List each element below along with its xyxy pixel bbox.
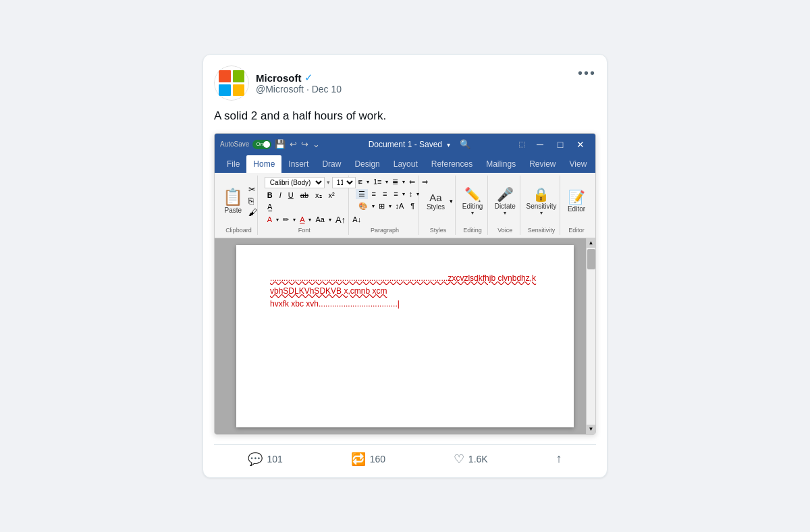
shading-button[interactable]: 🎨 <box>356 201 371 211</box>
voice-group: 🎤 Dictate ▾ Voice <box>491 176 520 235</box>
bullets-dropdown[interactable]: ▾ <box>367 179 369 185</box>
autosave-toggle[interactable]: On <box>252 140 271 149</box>
maximize-button[interactable]: □ <box>551 135 570 154</box>
title-dropdown-icon[interactable]: ▾ <box>447 141 450 149</box>
tab-mailings[interactable]: Mailings <box>479 155 522 173</box>
save-icon[interactable]: 💾 <box>275 139 286 149</box>
copy-icon[interactable]: ⎘ <box>248 196 257 206</box>
dictate-icon: 🎤 <box>497 186 514 203</box>
document-line-1: ........................................… <box>270 272 540 298</box>
font-color-button[interactable]: A <box>265 215 275 224</box>
font-name-dropdown-icon[interactable]: ▾ <box>327 179 330 186</box>
bullets-button[interactable]: ≡ <box>356 177 365 186</box>
sensitivity-label: Sensitivity <box>528 227 556 234</box>
tab-draw[interactable]: Draw <box>315 155 348 173</box>
user-name[interactable]: Microsoft <box>256 72 302 84</box>
text-case-button[interactable]: Aa <box>313 215 327 224</box>
editing-button[interactable]: ✏️ Editing ▾ <box>459 184 487 218</box>
scroll-up-button[interactable]: ▲ <box>587 238 595 248</box>
document-content[interactable]: ........................................… <box>270 272 540 311</box>
scroll-down-button[interactable]: ▼ <box>587 425 595 434</box>
word-window: AutoSave On 💾 ↩ ↪ ⌄ Document 1 - Saved ▾… <box>214 133 596 435</box>
cut-icon[interactable]: ✂ <box>248 184 257 194</box>
multilevel-dropdown[interactable]: ▾ <box>402 179 405 185</box>
justify-button[interactable]: ≡ <box>391 189 400 198</box>
align-dropdown[interactable]: ▾ <box>402 191 405 197</box>
restore-icon[interactable]: ⬚ <box>518 140 525 149</box>
font-name-select[interactable]: Calibri (Body) <box>265 177 325 188</box>
reply-action[interactable]: 💬 101 <box>248 452 282 467</box>
ms-logo-green <box>233 70 245 82</box>
tab-file[interactable]: File <box>220 155 246 173</box>
indent-decrease-button[interactable]: ⇐ <box>406 177 418 187</box>
font-color2-dropdown[interactable]: ▾ <box>308 217 311 223</box>
shading-dropdown[interactable]: ▾ <box>372 203 375 209</box>
bold-button[interactable]: B <box>265 190 275 200</box>
more-options-button[interactable]: ••• <box>578 65 596 81</box>
tab-design[interactable]: Design <box>348 155 386 173</box>
line-spacing-button[interactable]: ↕ <box>406 189 416 198</box>
share-action[interactable]: ↑ <box>556 452 562 466</box>
editing-dropdown-icon[interactable]: ▾ <box>471 210 474 216</box>
vertical-scrollbar[interactable]: ▲ ▼ <box>586 238 595 434</box>
tab-help[interactable]: Help <box>593 155 596 173</box>
superscript-button[interactable]: x² <box>326 190 338 200</box>
numbering-button[interactable]: 1≡ <box>371 177 385 186</box>
tweet-footer: 💬 101 🔁 160 ♡ 1.6K ↑ <box>214 444 596 467</box>
clear-format-button[interactable]: A̲ <box>265 202 275 212</box>
tab-references[interactable]: References <box>425 155 479 173</box>
reply-icon: 💬 <box>248 452 263 467</box>
borders-button[interactable]: ⊞ <box>376 201 387 211</box>
tab-layout[interactable]: Layout <box>387 155 425 173</box>
tab-insert[interactable]: Insert <box>281 155 315 173</box>
ms-logo-blue <box>219 84 231 97</box>
styles-expand-icon[interactable]: ▾ <box>450 198 453 205</box>
tab-review[interactable]: Review <box>522 155 562 173</box>
align-center-button[interactable]: ≡ <box>369 189 379 198</box>
editor-button[interactable]: 📝 Editor <box>564 187 589 215</box>
borders-dropdown[interactable]: ▾ <box>389 203 392 209</box>
sensitivity-button[interactable]: 🔒 Sensitivity ▾ <box>522 184 560 218</box>
format-painter-icon[interactable]: 🖌 <box>248 207 257 217</box>
numbering-dropdown[interactable]: ▾ <box>385 179 388 185</box>
strikethrough-button[interactable]: ab <box>298 190 311 200</box>
font-color-dropdown[interactable]: ▾ <box>276 217 279 223</box>
scroll-thumb[interactable] <box>587 249 595 269</box>
editor-icon: 📝 <box>568 189 585 205</box>
ribbon-content: 📋 Paste ✂ ⎘ 🖌 Clipboard Calibri <box>215 173 595 238</box>
paste-button[interactable]: 📋 Paste <box>219 186 246 216</box>
clipboard-tools: 📋 Paste ✂ ⎘ 🖌 <box>219 177 257 225</box>
title-search-icon[interactable]: 🔍 <box>460 139 470 149</box>
align-right-button[interactable]: ≡ <box>380 189 389 198</box>
close-button[interactable]: ✕ <box>571 135 590 154</box>
underline-button[interactable]: U <box>286 190 296 200</box>
grow-font-button[interactable]: A↑ <box>333 214 348 225</box>
line-spacing-dropdown[interactable]: ▾ <box>416 191 419 197</box>
dictate-dropdown-icon[interactable]: ▾ <box>504 210 506 216</box>
highlight-dropdown[interactable]: ▾ <box>293 217 296 223</box>
tab-view[interactable]: View <box>563 155 594 173</box>
sort-button[interactable]: ↕A <box>393 201 407 211</box>
dictate-button[interactable]: 🎤 Dictate ▾ <box>491 184 519 218</box>
align-left-button[interactable]: ☰ <box>356 189 368 199</box>
styles-button[interactable]: Aa Styles <box>423 190 448 213</box>
titlebar-window-controls: ⬚ ─ □ ✕ <box>518 135 590 154</box>
customize-icon[interactable]: ⌄ <box>313 139 320 149</box>
show-hide-button[interactable]: ¶ <box>408 201 417 211</box>
font-color2-button[interactable]: A <box>297 215 307 224</box>
minimize-button[interactable]: ─ <box>531 135 549 154</box>
text-case-dropdown[interactable]: ▾ <box>329 217 331 223</box>
retweet-action[interactable]: 🔁 160 <box>351 452 385 467</box>
undo-icon[interactable]: ↩ <box>290 139 297 149</box>
like-action[interactable]: ♡ 1.6K <box>454 452 488 467</box>
highlight-button[interactable]: ✏ <box>280 215 292 225</box>
italic-button[interactable]: I <box>277 190 284 200</box>
tab-home[interactable]: Home <box>246 155 281 173</box>
redo-icon[interactable]: ↪ <box>301 139 308 149</box>
subscript-button[interactable]: x₂ <box>313 190 325 201</box>
document-line-2: hvxfk xbc xvh...........................… <box>270 298 540 311</box>
sensitivity-dropdown-icon[interactable]: ▾ <box>540 210 543 216</box>
editor-group: 📝 Editor Editor <box>563 176 590 235</box>
multilevel-button[interactable]: ≣ <box>389 177 401 187</box>
avatar[interactable] <box>214 65 249 101</box>
